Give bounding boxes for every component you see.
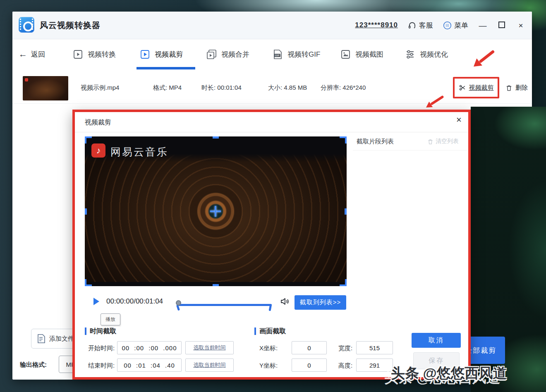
- playback-time: 00:00:00/00:01:04: [106, 297, 163, 306]
- dialog-close-button[interactable]: ×: [456, 115, 462, 124]
- customer-service-button[interactable]: 客服: [408, 21, 433, 30]
- video-crop-icon: [139, 49, 151, 60]
- height-label: 高度:: [338, 362, 352, 370]
- crop-handle-bottom-left[interactable]: [85, 279, 92, 286]
- video-optimize-icon: [405, 49, 416, 60]
- video-merge-icon: [206, 49, 217, 60]
- tab-video-convert[interactable]: 视频转换: [72, 49, 116, 60]
- nav-bar: ← 返回 视频转换 视频裁剪 视频合并 GIF 视频转GIF 视频截图 视频优化: [12, 39, 532, 69]
- start-time-input[interactable]: 00 :00 :00 .000: [117, 341, 182, 354]
- crop-highlight-annotation: 视频裁剪: [453, 77, 499, 98]
- video-crop-dialog: 视频裁剪 × 截取片段列表 清空列表 ♪ 网易云音乐 00:00:00/00:0…: [72, 110, 471, 380]
- video-convert-icon: [72, 49, 84, 60]
- back-button[interactable]: ← 返回: [19, 49, 45, 59]
- row-crop-button[interactable]: 视频裁剪: [469, 84, 494, 92]
- title-bar: 风云视频转换器 123****8910 客服 菜单 — ×: [12, 12, 532, 39]
- capture-to-list-button[interactable]: 截取到列表>>: [295, 295, 346, 310]
- netease-music-logo-icon: ♪: [91, 143, 105, 158]
- crop-handle-left[interactable]: [85, 208, 87, 215]
- close-button[interactable]: ×: [516, 22, 525, 29]
- trash-icon: [505, 84, 512, 91]
- file-name: 视频示例.mp4: [81, 84, 119, 92]
- customer-service-label: 客服: [419, 21, 433, 30]
- back-arrow-icon: ←: [19, 49, 27, 59]
- x-coord-input[interactable]: 0: [292, 341, 327, 354]
- tab-label: 视频截图: [355, 50, 383, 59]
- file-resolution: 分辨率: 426*240: [321, 84, 366, 92]
- document-icon: [37, 334, 46, 343]
- tab-label: 视频合并: [221, 50, 249, 59]
- tab-label: 视频优化: [420, 50, 448, 59]
- file-size: 大小: 4.85 MB: [268, 84, 307, 92]
- menu-button[interactable]: 菜单: [443, 21, 468, 30]
- speaker-icon[interactable]: [280, 296, 290, 306]
- tab-video-optimize[interactable]: 视频优化: [405, 49, 448, 60]
- y-coord-input[interactable]: 0: [292, 359, 327, 372]
- play-tooltip: 播放: [101, 313, 120, 325]
- active-tab-underline: [136, 67, 195, 69]
- minimize-button[interactable]: —: [478, 22, 487, 29]
- watermark: 头条 @悠悠西风道 头条 @悠悠西风道: [391, 364, 546, 383]
- crop-handle-right[interactable]: [345, 208, 347, 215]
- maximize-button[interactable]: [497, 22, 506, 29]
- app-title: 风云视频转换器: [40, 20, 101, 31]
- end-time-input[interactable]: 00 :01 :04 .40: [117, 359, 182, 372]
- netease-music-brand-text: 网易云音乐: [110, 145, 168, 159]
- titlebar-right-group: 123****8910 客服 菜单 — ×: [355, 12, 525, 39]
- segment-list-divider: [353, 150, 467, 151]
- scissors-icon: [459, 84, 466, 91]
- end-time-label: 结束时间:: [88, 362, 115, 370]
- output-format-label: 输出格式:: [20, 361, 47, 369]
- start-time-label: 开始时间:: [88, 344, 115, 352]
- tab-video-crop[interactable]: 视频裁剪: [139, 49, 183, 60]
- back-label: 返回: [31, 50, 45, 59]
- menu-label: 菜单: [454, 21, 468, 30]
- tab-video-screenshot[interactable]: 视频截图: [340, 49, 383, 60]
- dialog-header-divider: [75, 132, 468, 132]
- tab-video-merge[interactable]: 视频合并: [206, 49, 249, 60]
- file-row[interactable]: 视频示例.mp4 格式: MP4 时长: 00:01:04 大小: 4.85 M…: [12, 74, 532, 104]
- slider-track[interactable]: [178, 304, 271, 306]
- frame-section-marker: [254, 327, 256, 335]
- width-input[interactable]: 515: [356, 341, 393, 354]
- play-button[interactable]: [93, 298, 99, 305]
- app-logo-icon: [19, 17, 34, 33]
- time-section-title: 时间截取: [90, 327, 116, 336]
- headset-icon: [408, 21, 417, 30]
- cancel-button[interactable]: 取消: [412, 333, 461, 348]
- maximize-icon: [498, 22, 505, 28]
- y-coord-label: Y坐标:: [259, 362, 278, 370]
- tab-label: 视频转换: [88, 50, 116, 59]
- tab-video-to-gif[interactable]: GIF 视频转GIF: [272, 49, 320, 60]
- dialog-title: 视频裁剪: [85, 118, 111, 127]
- crop-handle-top-right[interactable]: [340, 136, 347, 143]
- menu-icon: [443, 21, 452, 30]
- delete-button[interactable]: 删除: [505, 84, 528, 92]
- video-preview[interactable]: ♪ 网易云音乐: [85, 136, 347, 286]
- width-label: 宽度:: [338, 344, 352, 352]
- clear-list-label: 清空列表: [436, 138, 459, 145]
- video-thumbnail: [23, 76, 68, 100]
- trim-range-slider[interactable]: [176, 299, 275, 312]
- thumbnail-logo-dot: [25, 78, 28, 81]
- music-note-glyph: ♪: [96, 146, 101, 155]
- file-format: 格式: MP4: [153, 84, 182, 92]
- video-to-gif-icon: GIF: [272, 49, 283, 60]
- film-reel: [23, 22, 33, 31]
- crop-handle-bottom[interactable]: [213, 284, 219, 286]
- crop-handle-bottom-right[interactable]: [340, 279, 347, 286]
- svg-text:GIF: GIF: [275, 54, 280, 57]
- crop-handle-top-left[interactable]: [85, 136, 92, 143]
- delete-label: 删除: [515, 84, 528, 92]
- watermark-text: 头条 @悠悠西风道: [391, 365, 507, 381]
- film-strip-left: [20, 19, 21, 31]
- clear-trash-icon: [427, 139, 433, 145]
- slider-left-handle[interactable]: [176, 300, 181, 306]
- pick-current-end-button[interactable]: 选取当前时间: [185, 359, 234, 372]
- pick-current-start-button[interactable]: 选取当前时间: [185, 341, 234, 354]
- tab-label: 视频裁剪: [155, 50, 183, 59]
- crop-handle-top[interactable]: [213, 136, 219, 139]
- account-number[interactable]: 123****8910: [355, 21, 398, 29]
- file-duration: 时长: 00:01:04: [201, 84, 242, 92]
- clear-list-button[interactable]: 清空列表: [427, 138, 459, 145]
